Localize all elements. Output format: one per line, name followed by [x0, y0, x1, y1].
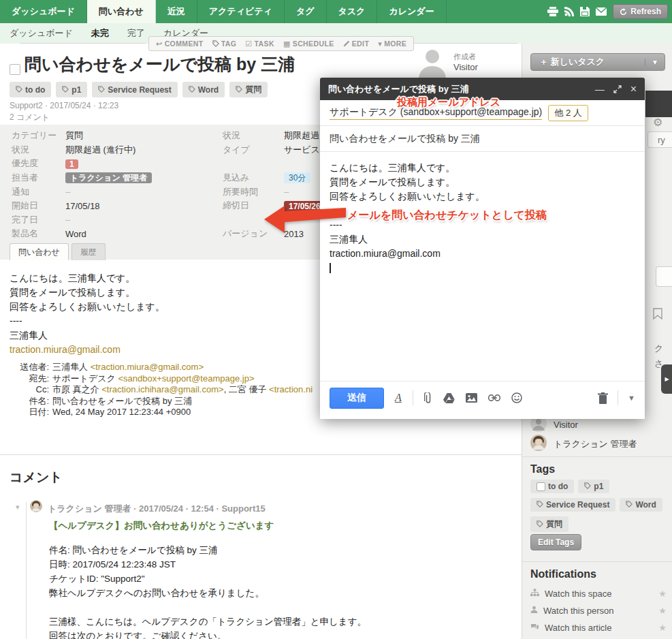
nav-tab-6[interactable]: カレンダー: [377, 0, 446, 23]
expand-icon[interactable]: [613, 85, 622, 93]
tag-label: to do: [25, 85, 45, 95]
gear-icon[interactable]: ⚙: [653, 116, 662, 129]
email-link[interactable]: <traction.ni: [269, 384, 313, 394]
new-task-button[interactable]: ＋ 新しいタスク ▼: [530, 53, 665, 71]
watch-label[interactable]: Watch this space: [545, 589, 612, 599]
sidebar-tag-badge[interactable]: to do: [530, 480, 574, 493]
creator-name[interactable]: Visitor: [453, 62, 478, 72]
email-header-value: 問い合わせをメールで投稿 by 三浦: [52, 396, 192, 407]
star-icon[interactable]: ★: [658, 589, 667, 599]
hidden-button-sliver[interactable]: [656, 266, 672, 287]
comment-avatar[interactable]: [30, 500, 42, 515]
email-header-label: Cc:: [10, 384, 49, 396]
new-task-caret-icon[interactable]: ▼: [645, 59, 665, 66]
bookmark-icon[interactable]: [653, 308, 662, 322]
title-checkbox[interactable]: [10, 64, 20, 75]
field-label: 通知: [0, 186, 65, 198]
drive-icon[interactable]: [443, 393, 455, 403]
creator-avatar[interactable]: [417, 46, 448, 80]
compose-dialog: 問い合わせをメールで投稿 by 三浦 — × サポートデスク (sandbox+…: [320, 78, 645, 419]
collapse-caret-icon[interactable]: ▾: [16, 503, 20, 512]
sidebar-tag-badge[interactable]: p1: [578, 480, 609, 493]
tag-badge[interactable]: to do: [10, 82, 51, 97]
nav-tab-1[interactable]: 問い合わせ: [87, 0, 156, 23]
watch-label[interactable]: Watch this article: [545, 623, 612, 633]
nav-tab-2[interactable]: 近況: [156, 0, 197, 23]
nav-tab-5[interactable]: タスク: [327, 0, 378, 23]
rss-icon[interactable]: [564, 7, 574, 16]
more-options-caret-icon[interactable]: ▼: [628, 394, 635, 402]
star-icon[interactable]: ★: [658, 623, 667, 633]
field-value: Word: [65, 229, 213, 239]
toolbar-label: TAG: [221, 40, 237, 48]
body-line: ----: [10, 314, 165, 328]
comment-subject[interactable]: 【ヘルプデスク】お問い合わせありがとうございます: [49, 520, 274, 532]
tag-badge[interactable]: Word: [182, 82, 225, 97]
nav-tab-4[interactable]: タグ: [285, 0, 327, 23]
page-title: 問い合わせをメールで投稿 by 三浦: [25, 53, 295, 76]
tag-badge[interactable]: p1: [56, 82, 87, 97]
star-icon[interactable]: ★: [658, 606, 667, 616]
annotation-email-label: 投稿用メールアドレス: [397, 96, 500, 109]
tag-icon: [16, 85, 22, 95]
save-icon[interactable]: [580, 7, 590, 16]
subnav-item-0[interactable]: ダッシュボード: [10, 27, 73, 40]
insert-link-icon[interactable]: [488, 394, 500, 401]
subject-row[interactable]: 問い合わせをメールで投稿 by 三浦: [320, 126, 645, 152]
comment-author[interactable]: トラクション 管理者: [48, 503, 131, 514]
toolbar-comment-button[interactable]: ↩COMMENT: [156, 40, 204, 48]
article-tabs: 問い合わせ履歴: [10, 243, 106, 260]
nav-tab-0[interactable]: ダッシュボード: [0, 0, 87, 23]
article-tab-1[interactable]: 履歴: [71, 243, 106, 260]
sidebar-tag-badge[interactable]: Word: [620, 498, 662, 512]
others-badge[interactable]: 他 2 人: [548, 105, 588, 121]
comment-line: 件名: 問い合わせをメールで投稿 by 三浦: [49, 543, 366, 557]
email-header-label: 日付:: [10, 407, 49, 418]
sidebar-tag-badge[interactable]: 質問: [530, 516, 569, 532]
mail-icon[interactable]: [596, 7, 607, 16]
subnav-item-1[interactable]: 未完: [91, 27, 109, 40]
watch-label[interactable]: Watch this person: [543, 606, 614, 616]
sidebar-tag-badge[interactable]: Service Request: [530, 498, 615, 512]
formatting-icon[interactable]: A: [395, 392, 402, 404]
edit-tags-button[interactable]: Edit Tags: [530, 534, 581, 550]
insert-photo-icon[interactable]: [466, 393, 477, 403]
reply-icon: ↩: [156, 40, 163, 48]
trash-icon[interactable]: [598, 392, 608, 404]
refresh-button[interactable]: Refresh: [613, 4, 668, 19]
field-value: 1: [65, 159, 213, 169]
nav-tab-3[interactable]: アクティビティ: [197, 0, 285, 23]
print-icon[interactable]: [547, 7, 558, 16]
email-text: 問い合わせをメールで投稿 by 三浦: [52, 396, 192, 406]
toolbar-task-button[interactable]: ☑TASK: [245, 40, 274, 48]
related-person-admin[interactable]: トラクション 管理者: [530, 435, 637, 453]
watch-row-2: Watch this article★: [530, 623, 667, 633]
email-link[interactable]: <traction.miura@gmail.com>: [91, 362, 204, 372]
toolbar-edit-button[interactable]: EDIT: [343, 40, 370, 48]
email-link[interactable]: <traction.ichihara@gmail.com>: [101, 384, 223, 394]
send-button[interactable]: 送信: [330, 388, 384, 409]
toolbar-tag-button[interactable]: TAG: [212, 40, 237, 48]
tag-badge[interactable]: Service Request: [92, 82, 177, 97]
compose-body[interactable]: こんにちは。三浦隼人です。質問をメールで投稿します。回答をよろしくお願いいたしま…: [320, 152, 645, 381]
field-label: 優先度: [0, 157, 65, 170]
close-icon[interactable]: ×: [630, 84, 637, 95]
subnav-item-2[interactable]: 完了: [127, 27, 145, 40]
hidden-panel-header: [645, 91, 672, 117]
toolbar-more-button[interactable]: ▾MORE: [378, 40, 406, 48]
tag-badge[interactable]: 質問: [229, 82, 268, 97]
admin-avatar: [530, 435, 547, 453]
emoji-icon[interactable]: [511, 392, 522, 403]
email-link[interactable]: traction.miura@gmail.com: [10, 344, 121, 355]
attach-icon[interactable]: [424, 392, 432, 404]
minimize-icon[interactable]: —: [595, 84, 605, 94]
article-tab-0[interactable]: 問い合わせ: [10, 243, 69, 260]
tag-checkbox[interactable]: [537, 482, 545, 491]
panel-expand-handle[interactable]: ▶: [661, 364, 672, 394]
field-value: 期限超過 (進行中): [65, 144, 213, 156]
nav-actions: Refresh: [547, 0, 672, 23]
toolbar-schedule-button[interactable]: ▦SCHEDULE: [283, 40, 334, 48]
email-link[interactable]: <sandbox+support@teampage.jp>: [118, 373, 254, 384]
summary-tab-sliver[interactable]: ry: [647, 131, 672, 148]
tag-icon: [98, 85, 105, 95]
